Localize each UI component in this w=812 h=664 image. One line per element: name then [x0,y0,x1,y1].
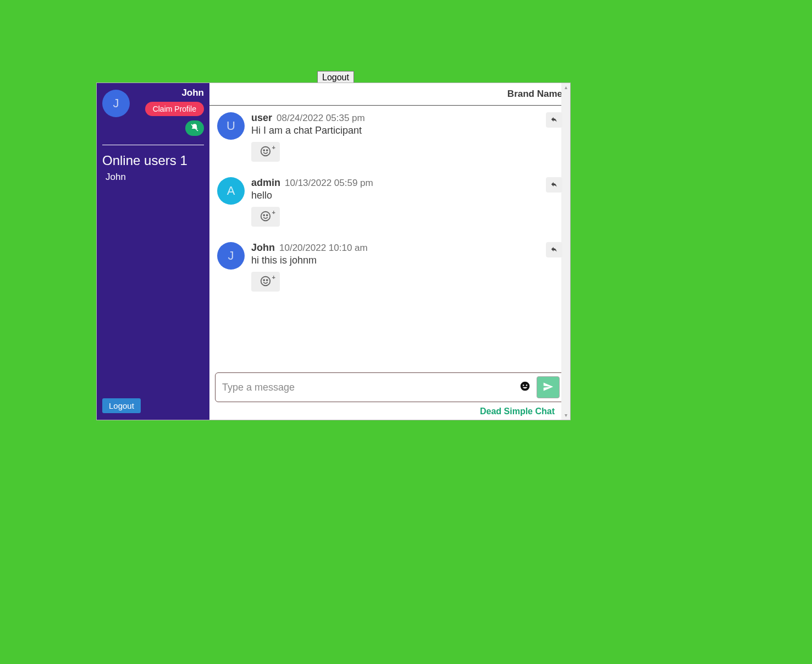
online-users-list: John [102,172,204,183]
plus-icon: + [272,209,275,216]
message-timestamp: 08/24/2022 05:35 pm [277,113,365,124]
messages-list[interactable]: Uuser08/24/2022 05:35 pmHi I am a chat P… [209,106,570,369]
smiley-icon [259,210,272,224]
message-header: admin10/13/2022 05:59 pm [251,177,562,189]
sidebar: J John Claim Profile Online users 1 John… [97,83,209,420]
svg-point-2 [267,150,268,151]
svg-point-10 [523,385,524,386]
bell-slash-icon [190,123,199,134]
message-author: admin [251,177,280,189]
logout-sidebar-button[interactable]: Logout [102,398,141,413]
message-body: admin10/13/2022 05:59 pmhello+ [251,177,562,227]
message-avatar: A [217,177,245,205]
send-button[interactable] [537,376,560,398]
svg-point-4 [263,215,264,216]
message-item: JJohn10/20/2022 10:10 amhi this is johnm… [217,242,562,292]
reply-button[interactable] [546,112,562,128]
add-reaction-button[interactable]: + [251,272,280,292]
add-reaction-button[interactable]: + [251,207,280,227]
mute-toggle-button[interactable] [185,120,204,136]
message-body: user08/24/2022 05:35 pmHi I am a chat Pa… [251,112,562,162]
emoji-picker-button[interactable] [519,381,531,393]
profile-right: John Claim Profile [134,87,204,136]
online-user-item[interactable]: John [102,172,204,183]
paper-plane-icon [543,381,554,394]
svg-point-1 [263,150,264,151]
profile-name: John [181,87,204,98]
profile-avatar: J [102,90,130,117]
message-author: John [251,242,275,254]
message-header: John10/20/2022 10:10 am [251,242,562,254]
message-item: Aadmin10/13/2022 05:59 pmhello+ [217,177,562,227]
svg-point-5 [267,215,268,216]
message-avatar: U [217,112,245,140]
reply-button[interactable] [546,242,562,257]
svg-point-0 [261,146,270,156]
message-header: user08/24/2022 05:35 pm [251,112,562,124]
message-avatar: J [217,242,245,270]
brand-header: Brand Name [209,83,570,106]
main-panel: ▴ ▾ Brand Name Uuser08/24/2022 05:35 pmH… [209,83,570,420]
svg-point-8 [267,279,268,281]
svg-point-7 [263,279,264,281]
message-text: hi this is johnm [251,255,562,266]
message-author: user [251,112,272,124]
scrollbar-track[interactable]: ▴ ▾ [561,83,570,420]
emoji-face-icon [520,381,531,394]
scroll-up-icon: ▴ [562,84,569,91]
message-timestamp: 10/20/2022 10:10 am [279,243,368,254]
message-input[interactable] [220,378,513,397]
composer-wrap [209,369,570,404]
profile-section: J John Claim Profile [102,87,204,136]
add-reaction-button[interactable]: + [251,142,280,162]
message-text: Hi I am a chat Participant [251,125,562,136]
footer-brand-link[interactable]: Dead Simple Chat [209,404,570,420]
reply-arrow-icon [550,245,558,255]
online-users-heading: Online users 1 [102,153,204,168]
smiley-icon [259,145,272,159]
message-item: Uuser08/24/2022 05:35 pmHi I am a chat P… [217,112,562,162]
claim-profile-button[interactable]: Claim Profile [145,102,204,116]
reply-arrow-icon [550,180,558,190]
composer [215,372,565,402]
reply-arrow-icon [550,116,558,125]
plus-icon: + [272,274,275,281]
scroll-down-icon: ▾ [562,412,569,419]
message-body: John10/20/2022 10:10 amhi this is johnm+ [251,242,562,292]
sidebar-divider [102,145,204,145]
smiley-icon [259,275,272,289]
reply-button[interactable] [546,177,562,193]
plus-icon: + [272,144,275,151]
svg-point-3 [261,211,270,221]
message-text: hello [251,190,562,201]
chat-app-window: J John Claim Profile Online users 1 John… [96,83,571,420]
message-timestamp: 10/13/2022 05:59 pm [285,178,373,189]
svg-point-9 [521,382,530,391]
svg-point-11 [526,385,528,386]
svg-point-6 [261,276,270,286]
